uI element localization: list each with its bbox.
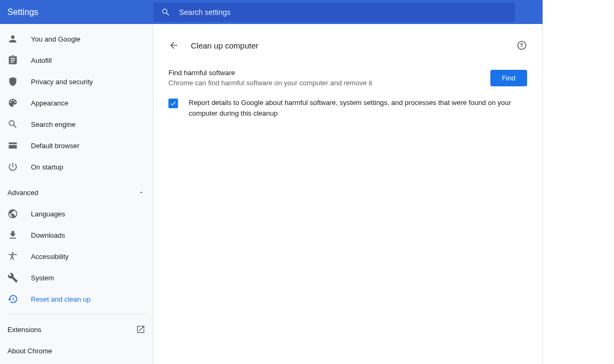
sidebar-item-label: Reset and clean up	[31, 295, 91, 303]
sidebar-extensions-label: Extensions	[7, 326, 42, 334]
sidebar-item-privacy-and-security[interactable]: Privacy and security	[0, 71, 153, 92]
sidebar-item-appearance[interactable]: Appearance	[0, 92, 153, 114]
find-title: Find harmful software	[168, 69, 478, 77]
sidebar-divider	[7, 314, 146, 314]
find-subtitle: Chrome can find harmful software on your…	[168, 79, 478, 87]
app-title: Settings	[0, 7, 154, 17]
back-button[interactable]	[168, 40, 179, 51]
content: Clean up computer Find harmful software …	[154, 24, 543, 364]
sidebar-item-extensions[interactable]: Extensions	[0, 319, 153, 340]
wrench-icon	[7, 272, 18, 283]
sidebar-item-label: Languages	[31, 210, 65, 218]
sidebar-advanced-label: Advanced	[7, 189, 38, 197]
sidebar-item-reset-and-clean-up[interactable]: Reset and clean up	[0, 288, 153, 310]
sidebar-item-you-and-google[interactable]: You and Google	[0, 28, 153, 50]
content-header: Clean up computer	[168, 33, 527, 58]
sidebar-item-accessibility[interactable]: Accessibility	[0, 246, 153, 267]
search-icon	[7, 119, 18, 130]
cleanup-card: Find harmful software Chrome can find ha…	[168, 64, 527, 125]
page-title: Clean up computer	[191, 41, 516, 50]
find-harmful-row: Find harmful software Chrome can find ha…	[168, 64, 527, 91]
sidebar-item-label: You and Google	[31, 35, 80, 43]
sidebar-item-label: Autofill	[31, 56, 52, 64]
sidebar-item-label: On startup	[31, 163, 63, 171]
topbar: Settings	[0, 0, 543, 24]
search-icon	[161, 7, 171, 17]
clipboard-icon	[7, 55, 18, 66]
browser-icon	[7, 140, 18, 151]
report-label: Report details to Google about harmful s…	[189, 98, 527, 118]
check-icon	[169, 100, 177, 107]
palette-icon	[7, 98, 18, 108]
sidebar-item-on-startup[interactable]: On startup	[0, 156, 153, 177]
launch-icon	[136, 325, 146, 334]
sidebar-item-languages[interactable]: Languages	[0, 203, 153, 224]
sidebar-item-search-engine[interactable]: Search engine	[0, 114, 153, 135]
sidebar: You and Google Autofill Privacy and secu…	[0, 24, 154, 364]
sidebar-item-default-browser[interactable]: Default browser	[0, 135, 153, 156]
search-box[interactable]	[154, 3, 515, 22]
sidebar-about-label: About Chrome	[7, 347, 52, 355]
accessibility-icon	[7, 251, 18, 262]
sidebar-item-downloads[interactable]: Downloads	[0, 224, 153, 246]
sidebar-advanced-toggle[interactable]: Advanced	[0, 182, 153, 203]
sidebar-item-label: Accessibility	[31, 253, 69, 261]
report-row: Report details to Google about harmful s…	[168, 91, 527, 125]
search-input[interactable]	[179, 8, 507, 17]
report-checkbox[interactable]	[168, 99, 178, 108]
sidebar-item-autofill[interactable]: Autofill	[0, 50, 153, 71]
sidebar-item-label: Privacy and security	[31, 78, 93, 86]
globe-icon	[7, 208, 18, 219]
sidebar-item-label: Appearance	[31, 99, 68, 107]
sidebar-item-label: Search engine	[31, 120, 76, 128]
help-button[interactable]	[516, 40, 527, 51]
download-icon	[7, 230, 18, 240]
history-icon	[7, 294, 18, 304]
sidebar-item-label: System	[31, 274, 54, 282]
sidebar-item-label: Downloads	[31, 231, 65, 239]
sidebar-item-system[interactable]: System	[0, 267, 153, 288]
sidebar-item-label: Default browser	[31, 142, 79, 150]
shield-icon	[7, 76, 18, 87]
find-button[interactable]: Find	[490, 70, 527, 86]
sidebar-item-about-chrome[interactable]: About Chrome	[0, 340, 153, 361]
chevron-up-icon	[138, 189, 144, 196]
power-icon	[7, 161, 18, 172]
person-icon	[7, 34, 18, 44]
